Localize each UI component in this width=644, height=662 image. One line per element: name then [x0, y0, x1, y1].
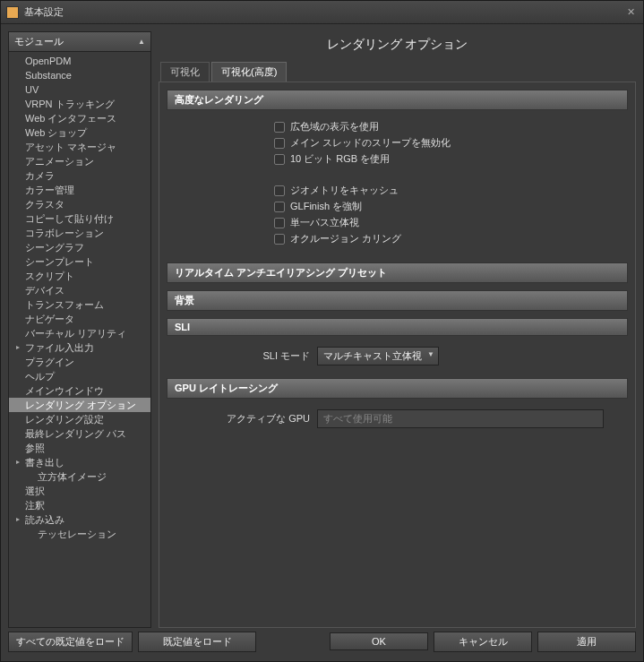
close-icon[interactable]: ✕ — [623, 6, 638, 18]
page-title: レンダリング オプション — [159, 37, 636, 53]
tree-item[interactable]: アニメーション — [9, 154, 150, 168]
load-defaults-button[interactable]: 既定値をロード — [138, 632, 256, 652]
checkbox-label: GLFinish を強制 — [290, 200, 362, 213]
checkbox-row[interactable]: メイン スレッドのスリープを無効化 — [274, 136, 628, 150]
section-advanced-rendering: 高度なレンダリング 広色域の表示を使用メイン スレッドのスリープを無効化10 ビ… — [167, 90, 628, 255]
tree-item[interactable]: 最終レンダリング パス — [9, 426, 150, 441]
sli-mode-value: マルチキャスト立体視 — [323, 350, 422, 361]
checkbox-label: メイン スレッドのスリープを無効化 — [290, 136, 451, 150]
sidebar-header[interactable]: モジュール ▲ — [8, 31, 151, 52]
tree-item[interactable]: Web インタフェース — [9, 111, 150, 125]
tree-item[interactable]: 選択 — [9, 484, 150, 498]
tree-item[interactable]: ヘルプ — [9, 369, 150, 383]
checkbox[interactable] — [274, 138, 285, 149]
tree-item[interactable]: 注釈 — [9, 498, 150, 512]
ok-button[interactable]: OK — [330, 632, 428, 650]
checkbox[interactable] — [274, 185, 285, 196]
window-title: 基本設定 — [24, 5, 623, 19]
active-gpu-label: アクティブな GPU — [167, 412, 310, 426]
section-header[interactable]: 高度なレンダリング — [167, 90, 628, 110]
checkbox-row[interactable]: 10 ビット RGB を使用 — [274, 152, 628, 166]
tree-item[interactable]: コラボレーション — [9, 226, 150, 240]
main-panel: レンダリング オプション 可視化可視化(高度) 高度なレンダリング 広色域の表示… — [159, 31, 636, 628]
tree-item[interactable]: コピーして貼り付け — [9, 211, 150, 226]
section-header[interactable]: SLI — [167, 318, 628, 336]
tree-item[interactable]: OpenPDM — [9, 54, 150, 68]
tree-item[interactable]: クラスタ — [9, 197, 150, 211]
checkbox[interactable] — [274, 234, 285, 245]
sli-mode-label: SLI モード — [167, 349, 310, 363]
section-header[interactable]: リアルタイム アンチエイリアシング プリセット — [167, 262, 628, 283]
tree-item[interactable]: VRPN トラッキング — [9, 97, 150, 111]
section-antialiasing: リアルタイム アンチエイリアシング プリセット — [167, 262, 628, 283]
tree-item[interactable]: メインウインドウ — [9, 383, 150, 398]
tab-bar: 可視化可視化(高度) — [160, 62, 636, 82]
settings-panel: 高度なレンダリング 広色域の表示を使用メイン スレッドのスリープを無効化10 ビ… — [159, 82, 636, 628]
checkbox-row[interactable]: 広色域の表示を使用 — [274, 120, 628, 133]
load-all-defaults-button[interactable]: すべての既定値をロード — [8, 632, 133, 652]
checkbox-label: 10 ビット RGB を使用 — [290, 152, 390, 166]
sli-mode-select[interactable]: マルチキャスト立体視 ▼ — [317, 347, 439, 365]
checkbox-label: ジオメトリをキャッシュ — [290, 184, 399, 197]
tree-item[interactable]: 立方体イメージ — [9, 469, 150, 484]
chevron-down-icon: ▼ — [427, 350, 434, 358]
tree-item[interactable]: 書き出し — [9, 455, 150, 469]
apply-button[interactable]: 適用 — [537, 632, 636, 652]
section-background: 背景 — [167, 290, 628, 311]
tree-item[interactable]: Web ショップ — [9, 125, 150, 140]
cancel-button[interactable]: キャンセル — [434, 632, 532, 652]
section-header[interactable]: GPU レイトレーシング — [167, 378, 628, 399]
tree-item[interactable]: レンダリング オプション — [9, 398, 150, 412]
tree-item[interactable]: シーンプレート — [9, 254, 150, 269]
checkbox-row[interactable]: オクルージョン カリング — [274, 232, 628, 245]
tree-item[interactable]: アセット マネージャ — [9, 140, 150, 154]
tree-item[interactable]: ナビゲータ — [9, 312, 150, 326]
section-gpu-raytracing: GPU レイトレーシング アクティブな GPU すべて使用可能 — [167, 378, 628, 434]
tree-item[interactable]: プラグイン — [9, 355, 150, 369]
tree-item[interactable]: 読み込み — [9, 512, 150, 527]
tab[interactable]: 可視化(高度) — [211, 62, 287, 82]
sidebar-header-label: モジュール — [14, 35, 64, 48]
tree-item[interactable]: カメラ — [9, 168, 150, 183]
checkbox-row[interactable]: GLFinish を強制 — [274, 200, 628, 213]
tree-item[interactable]: スクリプト — [9, 269, 150, 283]
chevron-up-icon: ▲ — [138, 38, 145, 46]
checkbox-label: 単一パス立体視 — [290, 216, 359, 229]
tree-item[interactable]: 参照 — [9, 441, 150, 455]
tree-item[interactable]: テッセレーション — [9, 527, 150, 541]
tree-item[interactable]: バーチャル リアリティ — [9, 326, 150, 340]
tree-item[interactable]: デバイス — [9, 283, 150, 297]
tree-item[interactable]: シーングラフ — [9, 240, 150, 254]
checkbox[interactable] — [274, 202, 285, 212]
checkbox-row[interactable]: 単一パス立体視 — [274, 216, 628, 229]
tab[interactable]: 可視化 — [160, 62, 210, 82]
titlebar: 基本設定 ✕ — [1, 1, 643, 24]
sidebar: モジュール ▲ OpenPDMSubstanceUVVRPN トラッキングWeb… — [8, 31, 151, 628]
active-gpu-input[interactable]: すべて使用可能 — [317, 409, 604, 428]
checkbox[interactable] — [274, 218, 285, 228]
module-tree[interactable]: OpenPDMSubstanceUVVRPN トラッキングWeb インタフェース… — [8, 52, 151, 628]
checkbox[interactable] — [274, 154, 285, 165]
checkbox-label: 広色域の表示を使用 — [290, 120, 379, 133]
tree-item[interactable]: カラー管理 — [9, 183, 150, 197]
section-header[interactable]: 背景 — [167, 290, 628, 311]
tree-item[interactable]: ファイル入出力 — [9, 340, 150, 355]
tree-item[interactable]: レンダリング設定 — [9, 412, 150, 426]
checkbox-label: オクルージョン カリング — [290, 232, 401, 245]
footer: すべての既定値をロード 既定値をロード OK キャンセル 適用 — [1, 635, 643, 655]
tree-item[interactable]: Substance — [9, 68, 150, 82]
app-icon — [6, 6, 19, 19]
checkbox-row[interactable]: ジオメトリをキャッシュ — [274, 184, 628, 197]
tree-item[interactable]: UV — [9, 82, 150, 97]
checkbox[interactable] — [274, 122, 285, 133]
tree-item[interactable]: トランスフォーム — [9, 297, 150, 312]
section-sli: SLI SLI モード マルチキャスト立体視 ▼ — [167, 318, 628, 371]
